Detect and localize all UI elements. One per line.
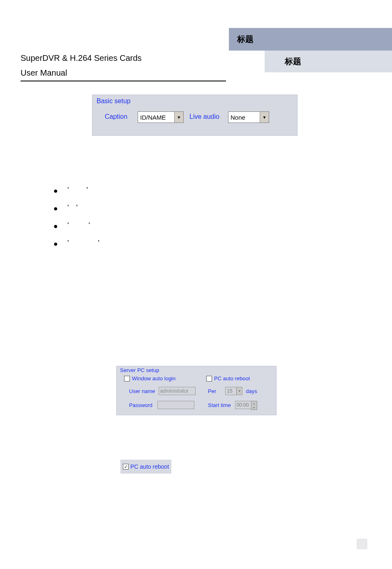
body-text-reboot: System may become unstable after a perio… [33, 444, 362, 474]
checkbox-icon [206, 376, 212, 382]
chevron-down-icon[interactable]: ▼ [260, 112, 269, 123]
section-heading: 4.1.2 Server PC Setup [33, 347, 115, 356]
spin-up-icon[interactable]: ▲ [251, 401, 257, 405]
per-label: Per [208, 388, 216, 394]
checkbox-icon [124, 376, 130, 382]
figure2-caption: Fig4.3 Server PC Setup [0, 424, 392, 433]
list-item: 'ID/Name': both camera number and camera… [53, 239, 357, 247]
password-label: Password [129, 402, 152, 408]
chevron-down-icon[interactable]: ▼ [174, 112, 183, 123]
list-item: 'Name': camera names displayed [53, 221, 357, 230]
page-number-placeholder [357, 539, 367, 549]
username-field[interactable]: administrator [159, 387, 196, 395]
caption-dropdown[interactable]: ID/NAME ▼ [138, 111, 184, 123]
basic-setup-group-label: Basic setup [97, 97, 131, 105]
figure-basic-setup: Basic setup Caption ID/NAME ▼ Live audio… [92, 95, 297, 136]
doc-header-side-label: 标题 [285, 56, 301, 67]
liveaudio-label: Live audio [189, 113, 219, 120]
inline-pc-auto-reboot-checkbox[interactable]: ✓ PC auto reboot [120, 460, 171, 474]
caption-dropdown-value: ID/NAME [140, 114, 166, 121]
figure-server-pc-setup: Server PC setup Window auto login PC aut… [116, 366, 277, 415]
list-item: 'ID' : camera numbers displayed [53, 204, 357, 212]
window-auto-login-checkbox[interactable]: Window auto login [124, 375, 175, 382]
doc-header-top-label: 标题 [237, 34, 254, 45]
start-time-field[interactable]: 00:00 ▲ ▼ [235, 401, 257, 409]
doc-header-top-bar: 标题 [229, 28, 392, 51]
caption-options-list: 'None': no title displayed 'ID' : camera… [53, 186, 357, 257]
password-row: Password [129, 401, 194, 409]
checkbox-checked-icon: ✓ [123, 464, 129, 470]
pc-auto-reboot-label: PC auto reboot [214, 375, 250, 382]
inline-pc-auto-reboot-label: PC auto reboot [130, 461, 169, 472]
username-row: User name administrator [129, 387, 196, 395]
body-text-liveaudio: [Live audio]: TD series card with DB15 o… [33, 280, 362, 323]
doc-title: SuperDVR & H.264 Series Cards [21, 53, 142, 63]
password-field[interactable] [157, 401, 194, 409]
caption-label: Caption [105, 113, 127, 120]
start-time-label: Start time [208, 402, 231, 408]
days-label: days [246, 388, 257, 394]
liveaudio-dropdown-value: None [231, 114, 245, 121]
doc-header-side-bar: 标题 [265, 51, 392, 72]
liveaudio-dropdown[interactable]: None ▼ [228, 111, 269, 123]
start-time-spinner[interactable]: ▲ ▼ [251, 401, 257, 410]
body-text-caption-intro: [Caption]: There are four options for us… [33, 164, 362, 176]
figure1-caption: Fig4.2 Caption and Live Audio Configurat… [0, 145, 392, 153]
chevron-down-icon[interactable]: ▼ [236, 387, 242, 395]
title-underline [21, 81, 226, 81]
start-time-row: Start time 00:00 ▲ ▼ [208, 401, 257, 409]
list-item: 'None': no title displayed [53, 186, 357, 194]
pc-auto-reboot-checkbox[interactable]: PC auto reboot [206, 375, 250, 382]
window-auto-login-label: Window auto login [132, 375, 175, 382]
doc-subtitle: User Manual [21, 68, 67, 78]
username-label: User name [129, 388, 155, 394]
spin-down-icon[interactable]: ▼ [251, 405, 257, 409]
per-row: Per 15 ▼ days [208, 387, 257, 395]
server-pc-setup-group-label: Server PC setup [120, 367, 159, 373]
per-dropdown[interactable]: 15 ▼ [225, 387, 242, 395]
